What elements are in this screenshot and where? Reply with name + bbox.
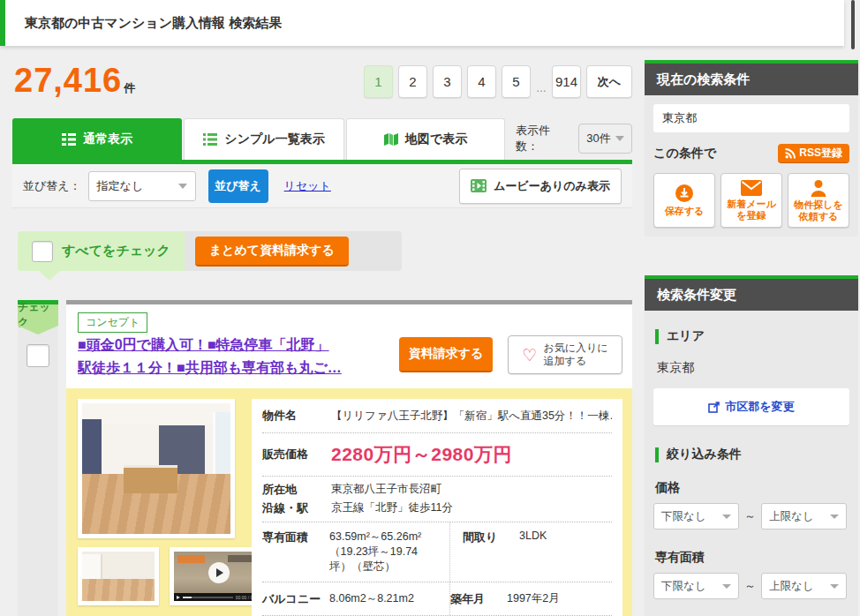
- result-count: 27,416 件: [14, 62, 135, 100]
- page-button-last[interactable]: 914: [552, 65, 581, 98]
- chevron-down-icon: [830, 515, 839, 519]
- property-photo-main[interactable]: [78, 399, 235, 538]
- page-button-4[interactable]: 4: [467, 65, 496, 98]
- movie-only-label: ムービーありのみ表示: [494, 178, 610, 194]
- balcony-value: 8.06m2～8.21m2: [329, 591, 414, 606]
- pagination: 1 2 3 4 5 … 914 次へ: [371, 65, 632, 98]
- price-filter-label: 価格: [655, 480, 849, 496]
- selected-area-value: 東京都: [657, 360, 849, 376]
- sort-apply-button[interactable]: 並び替え: [208, 169, 268, 203]
- request-agent-label-line1: 物件探しを: [794, 199, 843, 211]
- row-property-name: 物件名 【リリファ八王子北野】「新宿」駅へ直通35分！！一棟…: [262, 399, 612, 433]
- heart-icon: ♡: [522, 347, 537, 364]
- listing-title-link[interactable]: ■頭金0円で購入可！■特急停車「北野」 駅徒歩１１分！■共用部も専有部も丸ご…: [78, 334, 406, 379]
- property-photo-scene: [82, 403, 230, 534]
- video-play-button[interactable]: [208, 562, 230, 583]
- sort-label: 並び替え：: [23, 178, 81, 194]
- property-photo-thumb[interactable]: [78, 547, 159, 605]
- film-icon: [471, 179, 487, 192]
- price-value: 2280万円～2980万円: [331, 442, 512, 467]
- sort-select-value: 指定なし: [97, 178, 144, 194]
- price-range-row: 下限なし ～ 上限なし: [653, 503, 849, 530]
- chevron-down-icon: [615, 136, 624, 141]
- page-title: 東京都の中古マンション購入情報 検索結果: [5, 15, 282, 32]
- page-header: 東京都の中古マンション購入情報 検索結果: [0, 0, 844, 46]
- tab-simple-list-view[interactable]: シンプル一覧表示: [184, 118, 344, 160]
- check-all-label: すべてをチェック: [62, 243, 170, 259]
- property-details-table: 物件名 【リリファ八王子北野】「新宿」駅へ直通35分！！一棟… 販売価格 228…: [252, 399, 622, 616]
- tab-normal-view[interactable]: 通常表示: [12, 118, 182, 160]
- floor-area-min-select[interactable]: 下限なし: [653, 573, 739, 599]
- simple-list-icon: [203, 133, 217, 146]
- built-date-value: 1997年2月: [507, 591, 560, 606]
- row-price: 販売価格 2280万円～2980万円: [262, 433, 612, 477]
- tab-normal-label: 通常表示: [83, 131, 132, 147]
- layout-label: 間取り: [463, 530, 519, 575]
- chevron-down-icon: [722, 584, 731, 589]
- row-area-layout: 専有面積 63.59m²～65.26m²（19.23坪～19.74坪）（壁芯） …: [262, 522, 612, 582]
- chevron-down-icon: [178, 184, 187, 189]
- change-conditions-panel: エリア 東京都 市区郡を変更 絞り込み条件 価格 下限なし ～: [645, 311, 858, 616]
- price-label: 販売価格: [262, 447, 331, 462]
- floor-area-label: 専有面積: [262, 530, 329, 575]
- location-value: 東京都八王子市長沼町: [331, 482, 441, 498]
- request-agent-label-line2: 依頼する: [794, 211, 843, 222]
- check-ribbon: チェック: [18, 304, 58, 326]
- page-button-5[interactable]: 5: [502, 65, 531, 98]
- list-view-icon: [62, 133, 76, 146]
- movie-only-button[interactable]: ムービーありのみ表示: [459, 169, 622, 204]
- row-balcony-built: バルコニー 8.06m2～8.21m2 築年月 1997年2月: [262, 582, 612, 616]
- favorite-label-line1: お気に入りに: [543, 342, 607, 355]
- floor-area-max-select[interactable]: 上限なし: [761, 573, 847, 599]
- price-max-select[interactable]: 上限なし: [761, 503, 847, 530]
- page-button-2[interactable]: 2: [398, 65, 427, 98]
- page: 東京都の中古マンション購入情報 検索結果 27,416 件 1 2 3 4 5 …: [0, 0, 860, 616]
- video-control-bar[interactable]: 00:00 / 01:23: [174, 593, 264, 601]
- price-max-value: 上限なし: [769, 509, 814, 524]
- green-accent-bar: [655, 447, 659, 462]
- sort-reset-link[interactable]: リセット: [284, 178, 331, 194]
- browser-scrollbar[interactable]: [851, 0, 855, 49]
- change-city-button[interactable]: 市区郡を変更: [653, 388, 849, 425]
- floor-area-filter-label: 専有面積: [655, 550, 849, 566]
- current-condition-value: 東京都: [653, 104, 849, 132]
- request-agent-button[interactable]: 物件探しを 依頼する: [788, 173, 849, 228]
- next-page-button[interactable]: 次へ: [586, 65, 632, 98]
- listing-checkbox[interactable]: [26, 344, 49, 367]
- floor-area-max-value: 上限なし: [769, 579, 814, 594]
- add-favorite-button[interactable]: ♡ お気に入りに 追加する: [508, 335, 622, 374]
- rss-register-button[interactable]: RSS登録: [778, 144, 849, 163]
- page-button-3[interactable]: 3: [433, 65, 462, 98]
- price-min-select[interactable]: 下限なし: [653, 503, 739, 530]
- per-page-value: 30件: [586, 131, 610, 146]
- check-all-checkbox[interactable]: [32, 241, 53, 262]
- built-date-label: 築年月: [450, 591, 507, 607]
- refine-heading: 絞り込み条件: [655, 447, 849, 462]
- chevron-down-icon: [722, 515, 731, 519]
- rss-icon: [785, 148, 796, 159]
- bulk-request-button[interactable]: まとめて資料請求する: [195, 237, 349, 267]
- per-page-select[interactable]: 30件: [578, 124, 632, 154]
- save-conditions-button[interactable]: 保存する: [653, 173, 715, 228]
- sort-select[interactable]: 指定なし: [88, 171, 196, 201]
- rss-label: RSS登録: [799, 146, 842, 161]
- property-name-value: 【リリファ八王子北野】「新宿」駅へ直通35分！！一棟…: [331, 409, 612, 424]
- request-materials-button[interactable]: 資料請求する: [399, 337, 493, 372]
- check-all-area: すべてをチェック: [18, 231, 185, 271]
- current-conditions-panel: 東京都 この条件で RSS登録: [645, 95, 858, 237]
- tab-map-view[interactable]: 地図で表示: [346, 118, 505, 160]
- line-station-label: 沿線・駅: [262, 500, 331, 516]
- listing-title-line2: 駅徒歩１１分！■共用部も専有部も丸ご…: [78, 357, 406, 379]
- bulk-bar: すべてをチェック まとめて資料請求する: [18, 231, 402, 271]
- range-tilde: ～: [744, 578, 756, 594]
- result-count-unit: 件: [124, 80, 135, 96]
- concept-badge: コンセプト: [78, 312, 147, 333]
- video-progress-track[interactable]: [183, 597, 233, 598]
- new-mail-label-line2: を登録: [727, 210, 776, 222]
- property-name-label: 物件名: [262, 408, 331, 424]
- favorite-label-line2: 追加する: [543, 355, 607, 368]
- new-mail-register-button[interactable]: 新着メール を登録: [720, 173, 782, 228]
- page-button-1[interactable]: 1: [364, 65, 393, 98]
- pagination-ellipsis: …: [536, 82, 547, 98]
- per-page-label: 表示件数：: [516, 123, 571, 154]
